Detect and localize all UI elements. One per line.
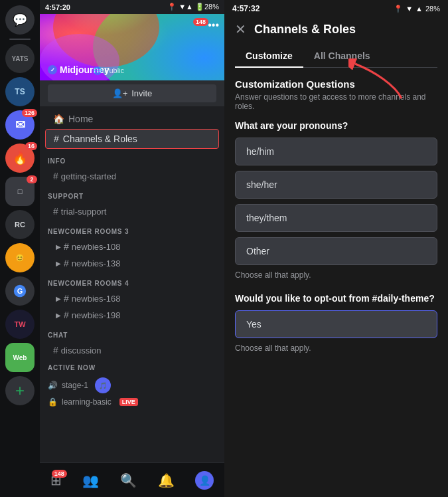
tab-notifications[interactable]: 🔔 xyxy=(158,472,175,488)
choose-label-1: Choose all that apply. xyxy=(235,270,437,280)
channel-list: 🏠 Home # Channels & Roles INFO # getting… xyxy=(40,106,224,462)
hash-icon-5: # xyxy=(64,293,69,304)
channel-trial-support[interactable]: # trial-support xyxy=(45,203,219,219)
tab-servers[interactable]: ⊞ 148 xyxy=(50,472,62,488)
category-newcomer-3: NEWCOMER ROOMS 3 xyxy=(40,220,224,238)
channel-newbies-198[interactable]: ▶ # newbies-198 xyxy=(45,307,219,323)
hash-icon-7: # xyxy=(53,345,58,355)
hash-icon-3: # xyxy=(64,241,69,252)
profile-avatar: 👤 xyxy=(195,471,214,490)
category-newcomer-4: NEWCOMER ROOMS 4 xyxy=(40,272,224,290)
section-title: Customization Questions xyxy=(235,78,437,90)
category-chat: CHAT xyxy=(40,324,224,342)
option-he-him[interactable]: he/him xyxy=(235,138,437,165)
channel-panel: 4:57:20 📍 ▼▲ 🔋28% ✓ xyxy=(40,0,224,497)
friends-icon: 👥 xyxy=(82,472,99,488)
option-they-them[interactable]: they/them xyxy=(235,204,437,232)
servers-badge: 148 xyxy=(52,470,67,478)
section-subtitle: Answer questions to get access to more c… xyxy=(235,92,437,111)
tab-profile[interactable]: 👤 xyxy=(195,471,214,490)
right-status-time: 4:57:32 xyxy=(232,4,260,13)
hash-icon-2: # xyxy=(53,206,58,217)
server-badge-mail: 126 xyxy=(22,109,37,117)
signal-icon: ▲ xyxy=(415,5,423,13)
active-now-label: ACTIVE NOW xyxy=(48,364,216,371)
tab-all-channels[interactable]: All Channels xyxy=(303,45,381,68)
channel-newbies-108[interactable]: ▶ # newbies-108 xyxy=(45,239,219,254)
left-status-time: 4:57:20 xyxy=(45,3,70,11)
chevron-icon-4: ▶ xyxy=(56,312,61,319)
option-she-her[interactable]: she/her xyxy=(235,171,437,199)
home-icon: 🏠 xyxy=(53,114,64,124)
hash-icon-4: # xyxy=(64,258,69,268)
tab-customize[interactable]: Customize xyxy=(235,45,303,68)
wifi-icon: ▼ xyxy=(406,5,413,13)
tab-search[interactable]: 🔍 xyxy=(120,472,137,488)
right-status-icons: 📍 ▼ ▲ 28% xyxy=(394,5,440,13)
server-icon-web[interactable]: Web xyxy=(5,343,35,372)
hash-icon: # xyxy=(53,171,58,181)
nav-channels-roles[interactable]: # Channels & Roles xyxy=(45,129,219,149)
channels-icon: # xyxy=(54,134,59,144)
live-badge: LIVE xyxy=(119,398,138,406)
speaker-icon: 🔊 xyxy=(48,381,58,390)
channel-discussion[interactable]: # discussion xyxy=(45,342,219,358)
active-now-section: ACTIVE NOW 🔊 stage-1 🎵 🔒 learning-basic … xyxy=(40,359,224,414)
choose-label-2: Choose all that apply. xyxy=(235,344,437,353)
invite-button[interactable]: 👤+ Invite xyxy=(48,84,216,102)
voice-avatar: 🎵 xyxy=(95,377,111,393)
channel-getting-started[interactable]: # getting-started xyxy=(45,168,219,184)
location-icon: 📍 xyxy=(394,5,403,13)
tab-friends[interactable]: 👥 xyxy=(82,472,99,488)
server-more-button[interactable]: ••• xyxy=(208,19,219,31)
question-pronouns-title: What are your pronouns? xyxy=(235,120,437,131)
server-icon-mail[interactable]: ✉ 126 xyxy=(5,110,35,140)
server-header: ✓ Midjourney 🌐 Public ••• 148 xyxy=(40,14,224,80)
server-icon-tw[interactable]: TW xyxy=(5,310,35,339)
left-panel: 💬 YATS TS ✉ 126 🔥 16 □ 2 RC 😊 G TW Web +… xyxy=(0,0,224,497)
server-list: 💬 YATS TS ✉ 126 🔥 16 □ 2 RC 😊 G TW Web + xyxy=(0,0,40,497)
category-support: SUPPORT xyxy=(40,185,224,203)
server-icon-google[interactable]: G xyxy=(5,276,35,306)
server-icon-add[interactable]: + xyxy=(5,376,35,405)
invite-icon: 👤+ xyxy=(112,88,128,98)
voice-stage-1[interactable]: 🔊 stage-1 🎵 xyxy=(48,375,216,395)
right-status-bar: 4:57:32 📍 ▼ ▲ 28% xyxy=(224,0,448,16)
bottom-tabs: ⊞ 148 👥 🔍 🔔 👤 xyxy=(40,462,224,497)
server-icon-yats[interactable]: YATS xyxy=(5,44,35,73)
channel-newbies-138[interactable]: ▶ # newbies-138 xyxy=(45,255,219,271)
server-icon-face[interactable]: 😊 xyxy=(5,243,35,272)
svg-text:G: G xyxy=(17,287,23,295)
server-separator xyxy=(9,39,31,40)
modal-tabs-row: Customize All Channels xyxy=(235,45,437,68)
server-badge-fire: 16 xyxy=(25,142,37,150)
left-status-icons: 📍 ▼▲ 🔋28% xyxy=(167,3,219,11)
battery-text: 28% xyxy=(425,5,440,13)
question-optout-title: Would you like to opt-out from #daily-th… xyxy=(235,293,437,304)
server-icon-ts[interactable]: TS xyxy=(5,77,35,106)
voice-learning-basic[interactable]: 🔒 learning-basic LIVE xyxy=(48,395,216,409)
option-yes[interactable]: Yes xyxy=(235,310,437,338)
lock-icon: 🔒 xyxy=(48,397,58,407)
bell-icon: 🔔 xyxy=(158,472,175,488)
search-icon: 🔍 xyxy=(120,472,137,488)
server-icon-sq[interactable]: □ 2 xyxy=(5,177,35,206)
close-button[interactable]: ✕ xyxy=(235,21,246,37)
chevron-icon: ▶ xyxy=(56,243,61,250)
nav-home[interactable]: 🏠 Home xyxy=(45,110,219,128)
server-public-label: 🌐 Public xyxy=(93,66,124,75)
modal-header: ✕ Channels & Roles xyxy=(224,16,448,45)
channel-newbies-168[interactable]: ▶ # newbies-168 xyxy=(45,290,219,306)
right-panel: 4:57:32 📍 ▼ ▲ 28% ✕ Channels & Roles Cus… xyxy=(224,0,448,497)
server-icon-fire[interactable]: 🔥 16 xyxy=(5,144,35,173)
notification-badge: 148 xyxy=(193,18,208,26)
option-other[interactable]: Other xyxy=(235,237,437,265)
server-badge-sq: 2 xyxy=(27,175,37,183)
verified-icon: ✓ xyxy=(48,65,57,74)
chevron-icon-3: ▶ xyxy=(56,295,61,302)
hash-icon-6: # xyxy=(64,310,69,320)
server-icon-rc[interactable]: RC xyxy=(5,210,35,239)
modal-title: Channels & Roles xyxy=(254,23,356,37)
category-info: INFO xyxy=(40,149,224,167)
server-icon-dm[interactable]: 💬 xyxy=(5,5,35,35)
